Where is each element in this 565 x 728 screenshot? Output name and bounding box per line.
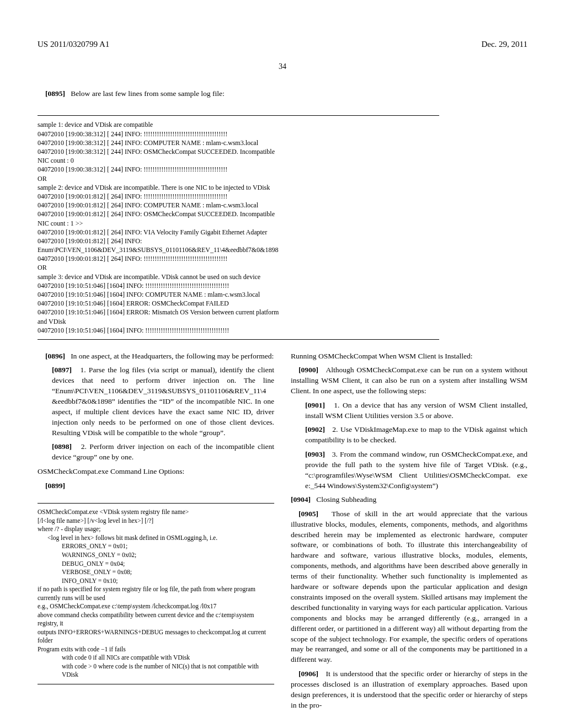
para-text: 1. On a device that has any version of W… (305, 401, 527, 420)
para-0899: [0899] (38, 481, 274, 491)
para-0897: [0897] 1. Parse the log files (via scrip… (38, 365, 274, 438)
para-num: [0898] (52, 442, 72, 451)
cmd-rule-bottom (38, 684, 274, 684)
pub-number: US 2011/0320799 A1 (38, 39, 109, 50)
para-text: It is understood that the specific order… (291, 670, 527, 709)
para-text: In one aspect, at the Headquarters, the … (71, 352, 274, 360)
para-text: 1. Parse the log files (via script or ma… (52, 366, 274, 436)
para-text: Although OSMCheckCompat.exe can be run o… (291, 366, 527, 395)
para-0900: [0900] Although OSMCheckCompat.exe can b… (291, 365, 527, 397)
para-num: [0905] (299, 510, 318, 518)
para-0903: [0903] 3. From the command window, run O… (291, 449, 527, 491)
para-text: Below are last few lines from some sampl… (71, 89, 225, 98)
para-num: [0906] (299, 670, 318, 678)
cmd-line: where /? - display usage; (38, 526, 100, 532)
para-0906: [0906] It is understood that the specifi… (291, 669, 527, 711)
para-0901: [0901] 1. On a device that has any versi… (291, 400, 527, 421)
cmd-line: [/l<log file name>] [/v<log level in hex… (38, 517, 153, 524)
para-num: [0902] (305, 425, 325, 433)
rule-top (38, 115, 439, 116)
cmd-options-title: OSMCheckCompat.exe Command Line Options: (38, 467, 274, 477)
cmd-line: OSMCheckCompat.exe <VDisk system registr… (38, 508, 189, 515)
para-num: [0895] (45, 89, 65, 98)
para-0905: [0905] Those of skill in the art would a… (291, 509, 527, 665)
cmd-line: with code > 0 where code is the number o… (38, 662, 274, 679)
para-0904: [0904] Closing Subheading (291, 495, 527, 505)
pub-date: Dec. 29, 2011 (481, 39, 527, 50)
para-num: [0897] (52, 366, 72, 374)
run-title: Running OSMCheckCompat When WSM Client i… (291, 351, 527, 362)
para-num: [0901] (305, 401, 325, 409)
para-num: [0903] (305, 450, 325, 458)
cmd-line: DEBUG_ONLY = 0x04; (38, 560, 274, 569)
para-num: [0900] (299, 366, 318, 374)
cmd-line: if no path is specified for system regis… (38, 586, 255, 601)
para-text: Closing Subheading (316, 495, 376, 504)
para-num: [0899] (45, 481, 65, 490)
para-0896: [0896] In one aspect, at the Headquarter… (38, 351, 274, 362)
rule-bottom (38, 339, 439, 340)
cmd-line: with code 0 if all NICs are compatible w… (38, 654, 274, 662)
cmd-line: outputs INFO+ERRORS+WARNINGS+DEBUG messa… (38, 629, 266, 644)
cmd-line: <log level in hex> follows bit mask defi… (38, 534, 274, 543)
para-0895: [0895] Below are last few lines from som… (38, 89, 527, 99)
cmd-line: ERRORS_ONLY = 0x01; (38, 542, 274, 551)
left-column: [0896] In one aspect, at the Headquarter… (38, 347, 274, 714)
cmd-line: INFO_ONLY = 0x10; (38, 577, 274, 586)
cmd-line: WARNINGS_ONLY = 0x02; (38, 551, 274, 560)
para-0902: [0902] 2. Use VDiskImageMap.exe to map t… (291, 425, 527, 446)
para-text: 3. From the command window, run OSMCheck… (305, 450, 527, 490)
para-text: 2. Use VDiskImageMap.exe to map to the V… (305, 425, 527, 444)
cmd-rule-top (38, 503, 274, 504)
para-text: Those of skill in the art would apprecia… (291, 510, 527, 663)
cmd-line: e.g., OSMCheckCompat.exe c:\temp\system … (38, 603, 216, 609)
para-num: [0896] (45, 352, 65, 360)
right-column: Running OSMCheckCompat When WSM Client i… (291, 347, 527, 714)
para-num: [0904] (291, 495, 311, 504)
page-number: 34 (38, 61, 527, 72)
cmd-line: above command checks compatibility betwe… (38, 612, 254, 627)
para-0898: [0898] 2. Perform driver injection on ea… (38, 442, 274, 463)
log-sample-block: sample 1: device and VDisk are compatibl… (38, 120, 439, 335)
cmd-line: Program exits with code −1 if fails (38, 646, 126, 652)
para-text: 2. Perform driver injection on each of t… (52, 442, 274, 461)
cmd-line: VERBOSE_ONLY = 0x08; (38, 568, 274, 577)
cmd-options-block: OSMCheckCompat.exe <VDisk system registr… (38, 508, 274, 679)
